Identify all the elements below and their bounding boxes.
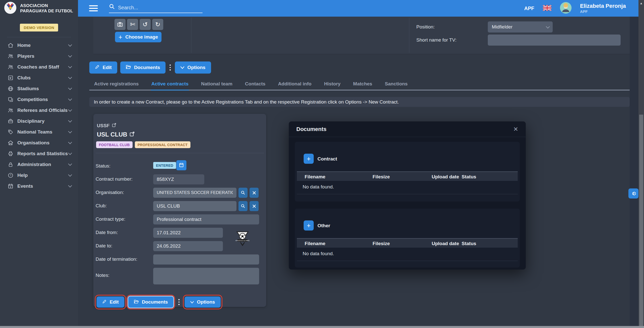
- tab-national-team[interactable]: National team: [200, 79, 233, 90]
- termination-input[interactable]: [153, 254, 259, 265]
- profile-actions: Edit Documents Options: [89, 61, 211, 74]
- scrollbar-thumb[interactable]: [639, 115, 643, 326]
- column-header-filesize: Filesize: [373, 241, 390, 246]
- sidebar-item-label: Administration: [17, 162, 69, 167]
- contract-edit-button[interactable]: Edit: [97, 297, 124, 308]
- settings-gear-button[interactable]: [628, 188, 638, 199]
- edit-button[interactable]: Edit: [89, 61, 117, 74]
- uk-flag-icon[interactable]: [543, 5, 551, 12]
- sidebar-item-stadiums[interactable]: Stadiums: [0, 83, 78, 94]
- help-icon: ?: [8, 172, 14, 178]
- short-name-input[interactable]: [488, 35, 621, 46]
- termination-label: Date of termination:: [96, 256, 137, 262]
- chevron-down-icon: [68, 183, 72, 187]
- tab-matches[interactable]: Matches: [353, 79, 373, 90]
- football-club-badge: FOOTBALL CLUB: [96, 141, 133, 148]
- home-icon: [8, 42, 14, 48]
- apf-crest-logo: [4, 2, 17, 15]
- sidebar-nav: HomePlayersCoaches and StaffClubsStadium…: [0, 40, 78, 191]
- club-crest-logo: ATHLETICO OLYMPIC: [235, 231, 250, 248]
- organisation-search-button[interactable]: [238, 188, 248, 198]
- administration-icon: [8, 161, 14, 168]
- options-button[interactable]: Options: [175, 61, 211, 74]
- sidebar-item-referees-and-officials[interactable]: Referees and Officials: [0, 105, 78, 116]
- events-icon: ★: [8, 183, 14, 189]
- close-icon[interactable]: ✕: [513, 126, 518, 132]
- reports-icon: [8, 151, 14, 157]
- search-input[interactable]: [118, 5, 198, 11]
- user-avatar[interactable]: [560, 2, 572, 15]
- contract-options-button[interactable]: Options: [185, 297, 221, 308]
- contract-number-input[interactable]: [153, 174, 204, 184]
- tab-history[interactable]: History: [324, 79, 341, 90]
- camera-button[interactable]: [114, 19, 126, 30]
- choose-image-button[interactable]: + Choose image: [115, 32, 162, 42]
- tab-active-contracts[interactable]: Active contracts: [151, 79, 189, 90]
- sidebar-item-administration[interactable]: Administration: [0, 159, 78, 170]
- table-header: FilenameFilesizeUpload dateStatus: [297, 171, 518, 181]
- chevron-down-icon: [68, 162, 72, 166]
- sidebar-item-national-teams[interactable]: National Teams: [0, 126, 78, 137]
- date-to-input[interactable]: [153, 241, 223, 251]
- contract-type-input[interactable]: [153, 214, 259, 224]
- sidebar-item-competitions[interactable]: Competitions: [0, 94, 78, 105]
- sidebar-item-disciplinary[interactable]: Disciplinary: [0, 116, 78, 126]
- add-other-button[interactable]: +: [304, 220, 314, 231]
- tab-contacts[interactable]: Contacts: [245, 79, 266, 90]
- status-history-button[interactable]: [176, 160, 186, 170]
- sidebar-item-clubs[interactable]: Clubs: [0, 72, 78, 83]
- sidebar-item-reports-and-statistics[interactable]: Reports and Statistics: [0, 148, 78, 159]
- sidebar-item-organisations[interactable]: Organisations: [0, 137, 78, 148]
- organisation-clear-button[interactable]: [250, 188, 259, 198]
- empty-table-text: No data found.: [303, 184, 334, 190]
- tab-active-registrations[interactable]: Active registrations: [94, 79, 139, 90]
- club-input[interactable]: [153, 201, 236, 211]
- crop-scissors-button[interactable]: ✄: [127, 19, 138, 30]
- documents-modal: Documents ✕ +ContractFilenameFilesizeUpl…: [289, 121, 526, 270]
- plus-icon: +: [118, 33, 122, 41]
- scroll-up-arrow[interactable]: ▲: [638, 0, 644, 5]
- date-from-input[interactable]: [153, 228, 223, 238]
- sidebar: ASOCIACION PARAGUAYA DE FUTBOL DEMO VERS…: [0, 0, 78, 328]
- tab-sanctions[interactable]: Sanctions: [384, 79, 408, 90]
- vertical-scrollbar[interactable]: ▲: [638, 0, 644, 328]
- rotate-right-button[interactable]: ↻: [152, 19, 163, 30]
- content-right-band: [630, 17, 638, 328]
- rotate-left-button[interactable]: ↺: [140, 19, 151, 30]
- horizontal-scrollbar[interactable]: [0, 326, 644, 328]
- chevron-down-icon: [180, 65, 184, 70]
- add-contract-button[interactable]: +: [304, 154, 314, 164]
- row-divider: [297, 261, 518, 261]
- sidebar-item-events[interactable]: ★Events: [0, 181, 78, 191]
- status-label: Status:: [96, 163, 110, 169]
- chevron-down-icon: [68, 97, 72, 101]
- column-header-upload-date: Upload date: [432, 174, 459, 180]
- chevron-down-icon: [68, 140, 72, 144]
- profile-panel: ✄ ↺ ↻ + Choose image Position: Midfielde…: [93, 17, 630, 54]
- folder-open-icon: [126, 64, 131, 71]
- documents-button[interactable]: Documents: [120, 61, 166, 74]
- club-search-button[interactable]: [238, 201, 248, 211]
- organisation-input[interactable]: [153, 188, 236, 198]
- user-info[interactable]: Elizabeta Peronja APF: [580, 3, 626, 13]
- national-teams-icon: [8, 129, 14, 135]
- sidebar-item-label: National Teams: [17, 129, 69, 135]
- sidebar-item-label: Referees and Officials: [17, 108, 69, 113]
- contract-documents-button[interactable]: Documents: [128, 297, 173, 308]
- organisation-label: Organisation:: [96, 190, 124, 195]
- hamburger-menu-icon[interactable]: [89, 5, 98, 11]
- column-header-status: Status: [462, 174, 476, 180]
- tab-additional-info[interactable]: Additional info: [277, 79, 312, 90]
- search-box[interactable]: [109, 4, 203, 13]
- sidebar-item-home[interactable]: Home: [0, 40, 78, 51]
- sidebar-item-coaches-and-staff[interactable]: Coaches and Staff: [0, 61, 78, 72]
- notes-textarea[interactable]: [153, 268, 259, 284]
- organisation-link[interactable]: USSF: [97, 123, 116, 128]
- sidebar-item-label: Organisations: [17, 140, 69, 146]
- position-select[interactable]: Midfielder: [488, 21, 553, 32]
- sidebar-item-players[interactable]: Players: [0, 51, 78, 61]
- club-clear-button[interactable]: [250, 201, 259, 211]
- chevron-down-icon: [68, 108, 72, 112]
- sidebar-item-help[interactable]: ?Help: [0, 170, 78, 181]
- club-link[interactable]: USL CLUB: [97, 131, 135, 138]
